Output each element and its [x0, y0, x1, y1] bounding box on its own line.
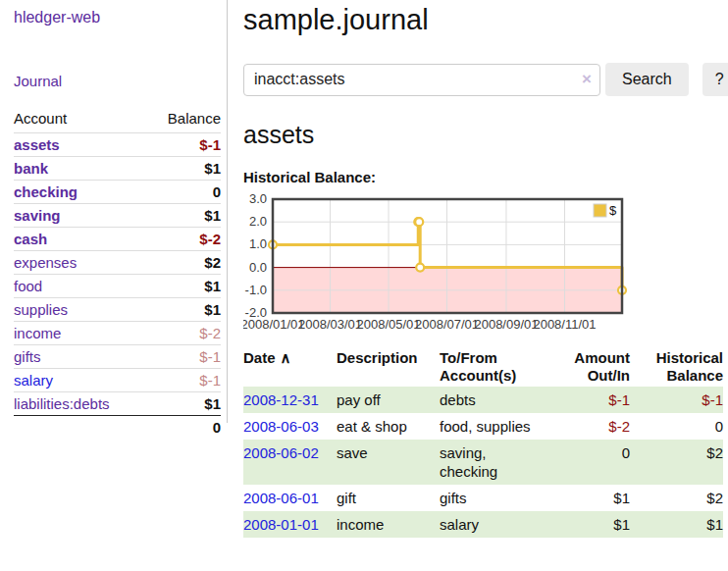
chart-title: Historical Balance: — [243, 169, 723, 185]
account-balance: $-2 — [147, 228, 221, 251]
accounts-header-row: Account Balance — [14, 106, 221, 133]
account-link-gifts[interactable]: gifts — [14, 348, 41, 365]
sort-asc-icon: ∧ — [281, 349, 291, 366]
transaction-balance: $2 — [630, 440, 723, 485]
transaction-date-link[interactable]: 2008-06-02 — [243, 444, 319, 461]
transaction-amount: $1 — [552, 511, 630, 538]
account-row-expenses: expenses $2 — [14, 251, 221, 275]
account-link-expenses[interactable]: expenses — [14, 254, 77, 271]
transaction-amount: $-1 — [552, 387, 630, 413]
account-balance: $1 — [147, 298, 221, 322]
col-balance: HistoricalBalance — [630, 347, 723, 387]
search-button[interactable]: Search — [605, 63, 689, 96]
transaction-balance: $1 — [630, 511, 723, 538]
account-row-saving: saving $1 — [14, 204, 221, 228]
account-balance: $1 — [147, 392, 221, 416]
transaction-balance: $-1 — [630, 387, 723, 413]
sidebar: hledger-web Journal Account Balance asse… — [0, 0, 228, 423]
account-row-supplies: supplies $1 — [14, 298, 221, 322]
transaction-description: save — [337, 440, 440, 485]
transaction-description: gift — [337, 485, 440, 511]
search-input[interactable] — [243, 64, 600, 96]
transaction-row: 2008-06-01 gift gifts $1 $2 — [243, 485, 723, 511]
account-link-supplies[interactable]: supplies — [14, 301, 68, 318]
sidebar-item-journal[interactable]: Journal — [14, 73, 62, 89]
register-header-row: Date∧ Description To/FromAccount(s) Amou… — [243, 347, 723, 387]
transaction-date-link[interactable]: 2008-01-01 — [243, 516, 319, 533]
transaction-row: 2008-12-31 pay off debts $-1 $-1 — [243, 387, 723, 413]
main-content: sample.journal × Search ? assets Histori… — [228, 0, 728, 538]
accounts-table: Account Balance assets $-1 bank $1 check… — [14, 106, 221, 439]
page-title: sample.journal — [243, 4, 723, 36]
col-date[interactable]: Date∧ — [243, 347, 337, 387]
help-button[interactable]: ? — [702, 63, 728, 96]
account-heading: assets — [243, 121, 723, 149]
clear-search-icon[interactable]: × — [582, 70, 592, 89]
account-balance: 0 — [147, 181, 221, 204]
svg-text:2008/01/01: 2008/01/01 — [243, 317, 305, 329]
account-balance: $-1 — [147, 369, 221, 392]
account-row-food: food $1 — [14, 275, 221, 298]
account-row-checking: checking 0 — [14, 181, 221, 204]
account-row-income: income $-2 — [14, 322, 221, 345]
col-accounts: To/FromAccount(s) — [440, 347, 552, 387]
account-balance: $-2 — [147, 322, 221, 345]
svg-text:-1.0: -1.0 — [245, 283, 267, 297]
account-link-assets[interactable]: assets — [14, 136, 60, 153]
account-row-bank: bank $1 — [14, 157, 221, 181]
transaction-description: eat & shop — [337, 413, 440, 440]
svg-text:2008/11/01: 2008/11/01 — [533, 317, 596, 329]
account-link-liabilities-debts[interactable]: liabilities:debts — [14, 395, 110, 412]
account-balance: $-1 — [147, 345, 221, 369]
register-table: Date∧ Description To/FromAccount(s) Amou… — [243, 347, 723, 538]
svg-text:2.0: 2.0 — [249, 214, 267, 229]
transaction-accounts: saving, checking — [440, 440, 552, 485]
accounts-total-row: 0 — [14, 416, 221, 440]
svg-text:3.0: 3.0 — [249, 191, 267, 206]
transaction-date-link[interactable]: 2008-06-03 — [243, 418, 319, 435]
account-row-salary: salary $-1 — [14, 369, 221, 392]
transaction-accounts: food, supplies — [440, 413, 552, 440]
search-bar: × Search ? — [243, 63, 723, 96]
transaction-amount: 0 — [552, 440, 630, 485]
transaction-accounts: debts — [440, 387, 552, 413]
account-link-income[interactable]: income — [14, 325, 61, 341]
svg-text:2008/05/01: 2008/05/01 — [356, 317, 420, 329]
transaction-date-link[interactable]: 2008-12-31 — [243, 391, 319, 408]
svg-text:0.0: 0.0 — [249, 260, 267, 275]
account-link-saving[interactable]: saving — [14, 207, 61, 224]
transaction-accounts: gifts — [440, 485, 552, 511]
account-link-food[interactable]: food — [14, 278, 42, 294]
svg-text:2008/09/01: 2008/09/01 — [474, 317, 538, 329]
account-link-cash[interactable]: cash — [14, 231, 47, 247]
svg-text:2008/07/01: 2008/07/01 — [415, 317, 479, 329]
account-link-bank[interactable]: bank — [14, 160, 48, 177]
transaction-balance: $2 — [630, 485, 723, 511]
svg-text:1.0: 1.0 — [249, 236, 267, 251]
account-balance: $2 — [147, 251, 221, 275]
account-row-liabilities-debts: liabilities:debts $1 — [14, 392, 221, 416]
accounts-col-account: Account — [14, 106, 147, 133]
svg-text:2008/03/01: 2008/03/01 — [298, 317, 362, 329]
transaction-description: income — [337, 511, 440, 538]
transaction-row: 2008-06-02 save saving, checking 0 $2 — [243, 440, 723, 485]
col-amount: AmountOut/In — [552, 347, 630, 387]
transaction-amount: $-2 — [552, 413, 630, 440]
account-link-salary[interactable]: salary — [14, 372, 53, 389]
transaction-description: pay off — [337, 387, 440, 413]
transaction-accounts: salary — [440, 511, 552, 538]
app-brand[interactable]: hledger-web — [14, 9, 221, 26]
app: hledger-web Journal Account Balance asse… — [0, 0, 728, 538]
transaction-row: 2008-01-01 income salary $1 $1 — [243, 511, 723, 538]
transaction-row: 2008-06-03 eat & shop food, supplies $-2… — [243, 413, 723, 440]
account-balance: $1 — [147, 157, 221, 181]
transaction-balance: 0 — [630, 413, 723, 440]
col-description: Description — [337, 347, 440, 387]
account-balance: $1 — [147, 204, 221, 228]
account-link-checking[interactable]: checking — [14, 183, 78, 200]
transaction-date-link[interactable]: 2008-06-01 — [243, 490, 319, 506]
svg-text:$: $ — [609, 203, 617, 218]
account-balance: $-1 — [147, 133, 221, 157]
account-row-cash: cash $-2 — [14, 228, 221, 251]
transaction-amount: $1 — [552, 485, 630, 511]
